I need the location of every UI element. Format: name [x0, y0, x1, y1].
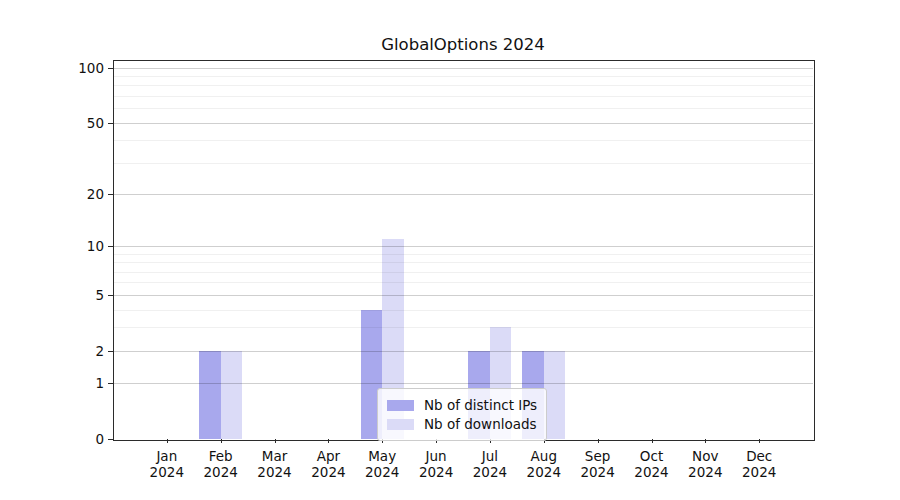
x-tick-label: Nov2024	[676, 448, 734, 480]
y-minor-gridline	[113, 282, 813, 283]
x-tick-mark	[759, 439, 760, 443]
x-tick-year: 2024	[246, 464, 304, 480]
x-tick-label: Feb2024	[192, 448, 250, 480]
x-tick-month: Oct	[623, 448, 681, 464]
x-tick-year: 2024	[192, 464, 250, 480]
y-tick-label: 50	[40, 114, 104, 132]
x-tick-month: Jun	[407, 448, 465, 464]
legend: Nb of distinct IPs Nb of downloads	[377, 388, 547, 441]
y-major-gridline	[113, 68, 813, 69]
y-tick-mark	[108, 383, 113, 384]
y-minor-gridline	[113, 327, 813, 328]
y-major-gridline	[113, 383, 813, 384]
legend-label-downloads: Nb of downloads	[424, 416, 537, 432]
y-minor-gridline	[113, 310, 813, 311]
y-major-gridline	[113, 295, 813, 296]
x-tick-mark	[328, 439, 329, 443]
y-tick-label: 100	[40, 59, 104, 77]
bar-distinct-ips	[199, 351, 221, 439]
legend-label-distinct-ips: Nb of distinct IPs	[424, 397, 537, 413]
bar-downloads	[544, 351, 566, 439]
x-tick-mark	[275, 439, 276, 443]
x-tick-mark	[221, 439, 222, 443]
y-tick-label: 10	[40, 237, 104, 255]
y-major-gridline	[113, 194, 813, 195]
x-tick-label: Jun2024	[407, 448, 465, 480]
x-tick-label: Aug2024	[515, 448, 573, 480]
legend-entry-downloads: Nb of downloads	[387, 416, 537, 432]
x-tick-month: Mar	[246, 448, 304, 464]
y-minor-gridline	[113, 76, 813, 77]
y-minor-gridline	[113, 262, 813, 263]
y-tick-mark	[108, 68, 113, 69]
y-tick-mark	[108, 246, 113, 247]
x-tick-month: Jan	[138, 448, 196, 464]
x-tick-mark	[652, 439, 653, 443]
y-tick-mark	[108, 123, 113, 124]
y-tick-label: 1	[40, 374, 104, 392]
legend-entry-distinct-ips: Nb of distinct IPs	[387, 397, 537, 413]
y-minor-gridline	[113, 254, 813, 255]
y-tick-label: 5	[40, 286, 104, 304]
x-tick-year: 2024	[407, 464, 465, 480]
x-tick-month: Feb	[192, 448, 250, 464]
x-tick-label: Jul2024	[461, 448, 519, 480]
y-major-gridline	[113, 246, 813, 247]
x-tick-label: Jan2024	[138, 448, 196, 480]
x-tick-year: 2024	[461, 464, 519, 480]
x-tick-year: 2024	[353, 464, 411, 480]
x-tick-month: Nov	[676, 448, 734, 464]
bar-downloads	[221, 351, 243, 439]
y-minor-gridline	[113, 85, 813, 86]
x-tick-month: May	[353, 448, 411, 464]
legend-swatch-downloads	[387, 419, 414, 430]
y-minor-gridline	[113, 108, 813, 109]
y-major-gridline	[113, 351, 813, 352]
y-major-gridline	[113, 123, 813, 124]
y-tick-mark	[108, 439, 113, 440]
chart-title: GlobalOptions 2024	[113, 35, 813, 54]
legend-swatch-distinct-ips	[387, 400, 414, 411]
x-tick-label: Sep2024	[569, 448, 627, 480]
x-tick-mark	[598, 439, 599, 443]
x-tick-mark	[705, 439, 706, 443]
y-minor-gridline	[113, 140, 813, 141]
x-tick-month: Aug	[515, 448, 573, 464]
x-tick-year: 2024	[569, 464, 627, 480]
x-tick-year: 2024	[676, 464, 734, 480]
x-tick-label: Dec2024	[730, 448, 788, 480]
x-tick-label: Oct2024	[623, 448, 681, 480]
x-tick-month: Sep	[569, 448, 627, 464]
x-tick-label: Mar2024	[246, 448, 304, 480]
y-minor-gridline	[113, 163, 813, 164]
x-tick-year: 2024	[623, 464, 681, 480]
y-tick-mark	[108, 351, 113, 352]
x-tick-month: Dec	[730, 448, 788, 464]
x-tick-month: Jul	[461, 448, 519, 464]
x-tick-label: Apr2024	[299, 448, 357, 480]
x-tick-year: 2024	[138, 464, 196, 480]
y-minor-gridline	[113, 96, 813, 97]
y-tick-mark	[108, 295, 113, 296]
x-tick-year: 2024	[299, 464, 357, 480]
chart-canvas: GlobalOptions 2024 0125102050100Jan2024F…	[0, 0, 900, 500]
x-tick-mark	[167, 439, 168, 443]
y-minor-gridline	[113, 272, 813, 273]
x-tick-month: Apr	[299, 448, 357, 464]
y-tick-label: 2	[40, 342, 104, 360]
x-tick-year: 2024	[730, 464, 788, 480]
y-tick-label: 20	[40, 185, 104, 203]
x-tick-year: 2024	[515, 464, 573, 480]
x-tick-label: May2024	[353, 448, 411, 480]
y-tick-label: 0	[40, 430, 104, 448]
y-tick-mark	[108, 194, 113, 195]
